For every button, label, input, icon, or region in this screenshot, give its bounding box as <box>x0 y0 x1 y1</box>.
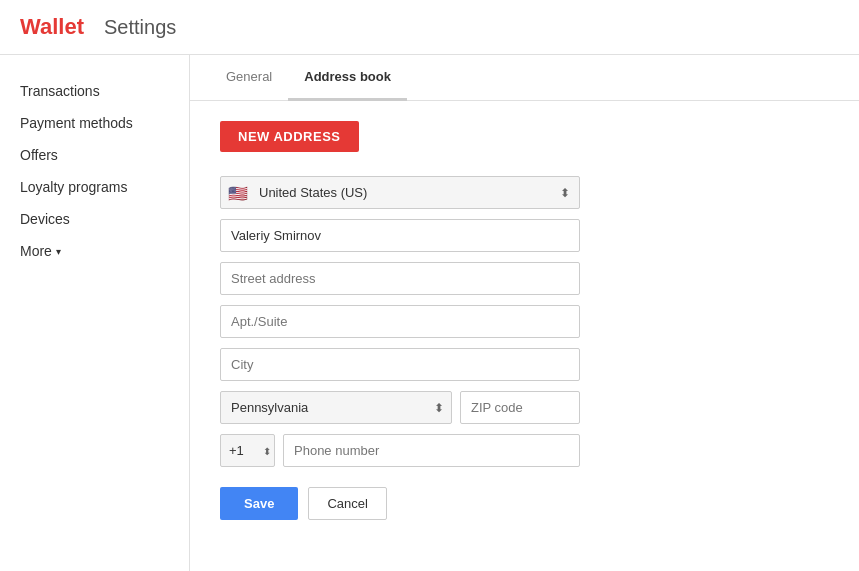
state-zip-row: Pennsylvania Alabama Alaska Arizona ⬍ <box>220 391 580 424</box>
country-field: 🇺🇸 United States (US) Canada United King… <box>220 176 580 209</box>
city-input[interactable] <box>220 348 580 381</box>
phone-input[interactable] <box>283 434 580 467</box>
sidebar-item-payment-methods[interactable]: Payment methods <box>0 107 189 139</box>
sidebar-item-loyalty-programs[interactable]: Loyalty programs <box>0 171 189 203</box>
tab-general[interactable]: General <box>210 55 288 101</box>
phone-field: +1 +44 ⬍ <box>220 434 580 467</box>
save-button[interactable]: Save <box>220 487 298 520</box>
street-field <box>220 262 580 295</box>
page-title: Settings <box>104 16 176 39</box>
country-select-wrapper: 🇺🇸 United States (US) Canada United King… <box>220 176 580 209</box>
zip-input[interactable] <box>460 391 580 424</box>
content-body: NEW ADDRESS 🇺🇸 United States (US) Canada… <box>190 101 859 540</box>
state-field: Pennsylvania Alabama Alaska Arizona ⬍ <box>220 391 452 424</box>
name-field <box>220 219 580 252</box>
city-field <box>220 348 580 381</box>
new-address-button[interactable]: NEW ADDRESS <box>220 121 359 152</box>
tabs-bar: General Address book <box>190 55 859 101</box>
sidebar: Transactions Payment methods Offers Loya… <box>0 55 190 571</box>
phone-code-select[interactable]: +1 +44 <box>220 434 275 467</box>
content-area: General Address book NEW ADDRESS 🇺🇸 Unit <box>190 55 859 571</box>
address-form: 🇺🇸 United States (US) Canada United King… <box>220 176 580 520</box>
state-select[interactable]: Pennsylvania Alabama Alaska Arizona <box>220 391 452 424</box>
app-header: Wallet Settings <box>0 0 859 55</box>
sidebar-item-devices[interactable]: Devices <box>0 203 189 235</box>
chevron-down-icon: ▾ <box>56 246 61 257</box>
cancel-button[interactable]: Cancel <box>308 487 386 520</box>
name-input[interactable] <box>220 219 580 252</box>
tab-address-book[interactable]: Address book <box>288 55 407 101</box>
sidebar-item-offers[interactable]: Offers <box>0 139 189 171</box>
sidebar-item-transactions[interactable]: Transactions <box>0 75 189 107</box>
apt-input[interactable] <box>220 305 580 338</box>
country-select[interactable]: United States (US) Canada United Kingdom <box>220 176 580 209</box>
phone-code-wrapper: +1 +44 ⬍ <box>220 434 275 467</box>
sidebar-item-more[interactable]: More ▾ <box>0 235 189 267</box>
action-buttons: Save Cancel <box>220 487 580 520</box>
apt-field <box>220 305 580 338</box>
brand-logo: Wallet <box>20 14 84 40</box>
street-input[interactable] <box>220 262 580 295</box>
